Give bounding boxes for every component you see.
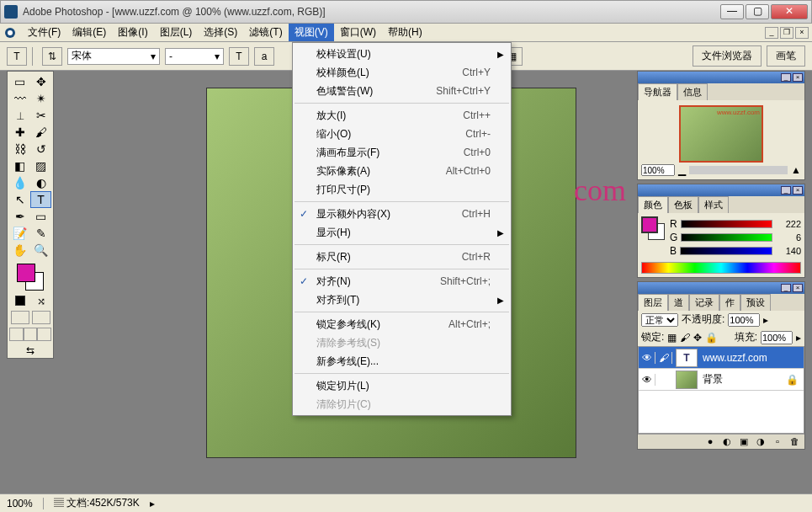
menu-item[interactable]: 打印尺寸(P): [293, 180, 511, 199]
color-tab[interactable]: 颜色: [638, 196, 668, 213]
pen-tool[interactable]: ✒: [9, 208, 30, 225]
navigator-zoom-field[interactable]: [641, 164, 675, 176]
menu-8[interactable]: 帮助(H): [382, 24, 428, 41]
menu-item[interactable]: 对齐到(T)▶: [293, 291, 511, 309]
visibility-toggle[interactable]: 👁: [639, 374, 655, 386]
file-browser-tab[interactable]: 文件浏览器: [693, 45, 762, 67]
panel-close-button[interactable]: ×: [793, 284, 803, 292]
menu-item[interactable]: 满画布显示(F)Ctrl+0: [293, 143, 511, 162]
screen-full-button[interactable]: [37, 328, 51, 341]
hand-tool[interactable]: ✋: [9, 242, 30, 259]
screen-full-menu-button[interactable]: [24, 328, 38, 341]
lock-all-icon[interactable]: 🔒: [705, 332, 718, 344]
menu-6[interactable]: 视图(V): [289, 24, 334, 41]
menu-item[interactable]: ✓对齐(N)Shift+Ctrl+;: [293, 272, 511, 291]
antialiasing-button[interactable]: a: [254, 47, 274, 66]
blur-tool[interactable]: 💧: [9, 174, 30, 191]
menu-item[interactable]: 显示(H)▶: [293, 223, 511, 242]
actions-tab[interactable]: 作: [719, 294, 740, 311]
menu-item[interactable]: 新参考线(E)...: [293, 352, 511, 371]
doc-close-button[interactable]: ×: [795, 27, 809, 39]
menu-item[interactable]: ✓显示额外内容(X)Ctrl+H: [293, 205, 511, 223]
blend-mode-select[interactable]: 正常: [641, 313, 678, 327]
zoom-tool[interactable]: 🔍: [30, 242, 51, 259]
new-layer-button[interactable]: ▫: [771, 436, 784, 448]
standard-mode-button[interactable]: [11, 311, 29, 324]
color-picker[interactable]: [17, 264, 44, 291]
navigator-zoom-slider[interactable]: [689, 166, 788, 174]
navigator-preview[interactable]: www.uzzf.com: [679, 105, 763, 163]
zoom-in-icon[interactable]: ▲: [791, 164, 801, 176]
presets-tab[interactable]: 预设: [740, 294, 771, 311]
menu-0[interactable]: 文件(F): [22, 24, 66, 41]
screen-standard-button[interactable]: [9, 328, 24, 341]
swap-colors-icon[interactable]: ⤭: [37, 296, 45, 307]
visibility-toggle[interactable]: 👁: [639, 352, 655, 364]
layer-mask-button[interactable]: ◐: [720, 436, 734, 448]
gradient-tool[interactable]: ▨: [30, 157, 51, 174]
menu-item[interactable]: 锁定切片(L): [293, 376, 511, 395]
delete-layer-button[interactable]: 🗑: [788, 436, 801, 448]
eraser-tool[interactable]: ◧: [9, 157, 30, 174]
fill-field[interactable]: [761, 331, 793, 344]
info-tab[interactable]: 信息: [677, 83, 708, 100]
eyedropper-tool[interactable]: ✎: [30, 225, 51, 242]
panel-close-button[interactable]: ×: [793, 73, 803, 82]
crop-tool[interactable]: ⟂: [9, 107, 30, 124]
shape-tool[interactable]: ▭: [30, 208, 51, 225]
status-menu-arrow-icon[interactable]: ▸: [150, 498, 155, 509]
menu-2[interactable]: 图像(I): [112, 24, 153, 41]
quickmask-mode-button[interactable]: [32, 311, 50, 324]
doc-minimize-button[interactable]: _: [765, 27, 778, 39]
dodge-tool[interactable]: ◐: [30, 174, 51, 191]
panel-minimize-button[interactable]: _: [781, 186, 791, 195]
brush-tool[interactable]: 🖌: [30, 124, 51, 141]
menu-item[interactable]: 校样颜色(L)Ctrl+Y: [293, 63, 511, 82]
swatches-tab[interactable]: 色板: [668, 196, 698, 213]
styles-tab[interactable]: 样式: [698, 196, 729, 213]
stamp-tool[interactable]: ⛓: [9, 141, 30, 157]
status-doc-size[interactable]: ▤ 文档:452K/573K: [54, 496, 140, 510]
default-colors-button[interactable]: [15, 296, 25, 306]
adjustment-layer-button[interactable]: ◑: [754, 436, 767, 448]
lasso-tool[interactable]: 〰: [9, 90, 30, 107]
menu-3[interactable]: 图层(L): [154, 24, 199, 41]
menu-item[interactable]: 缩小(O)Ctrl+-: [293, 125, 511, 143]
notes-tool[interactable]: 📝: [9, 225, 30, 242]
lock-position-icon[interactable]: ✥: [693, 332, 702, 344]
menu-4[interactable]: 选择(S): [198, 24, 243, 41]
color-spectrum[interactable]: [641, 262, 801, 274]
history-tab[interactable]: 记录: [689, 294, 719, 311]
menu-1[interactable]: 编辑(E): [66, 24, 112, 41]
panel-minimize-button[interactable]: _: [781, 284, 791, 292]
tool-preset-picker[interactable]: T: [7, 47, 27, 66]
lock-transparent-icon[interactable]: ▦: [667, 332, 677, 344]
wand-tool[interactable]: ✴: [30, 90, 51, 107]
menu-item[interactable]: 锁定参考线(K)Alt+Ctrl+;: [293, 315, 511, 333]
canvas-text-layer[interactable]: com: [574, 173, 626, 208]
zoom-out-icon[interactable]: ▁: [678, 164, 686, 176]
font-style-field[interactable]: -▾: [165, 48, 224, 65]
font-family-field[interactable]: 宋体▾: [67, 48, 160, 65]
opacity-field[interactable]: [728, 313, 760, 327]
brushes-tab[interactable]: 画笔: [767, 45, 805, 67]
close-button[interactable]: ✕: [771, 4, 808, 19]
menu-item[interactable]: 色域警告(W)Shift+Ctrl+Y: [293, 82, 511, 100]
maximize-button[interactable]: ▢: [746, 4, 769, 19]
layer-set-button[interactable]: ▣: [737, 436, 751, 448]
navigator-tab[interactable]: 导航器: [638, 83, 677, 100]
layer-row[interactable]: 👁背景🔒: [639, 369, 804, 391]
move-tool[interactable]: ✥: [30, 73, 51, 90]
slice-tool[interactable]: ✂: [30, 107, 51, 124]
minimize-button[interactable]: —: [720, 4, 744, 19]
color-slider-B[interactable]: [680, 247, 772, 255]
imageready-jump-button[interactable]: ⇆: [9, 344, 51, 356]
foreground-color-swatch[interactable]: [17, 264, 35, 282]
panel-close-button[interactable]: ×: [793, 186, 803, 195]
font-size-button[interactable]: T: [229, 47, 249, 66]
heal-tool[interactable]: ✚: [9, 124, 30, 141]
history-brush-tool[interactable]: ↺: [30, 141, 51, 157]
doc-restore-button[interactable]: ❐: [780, 27, 793, 39]
channels-tab[interactable]: 道: [668, 294, 689, 311]
type-tool[interactable]: T: [30, 191, 51, 208]
